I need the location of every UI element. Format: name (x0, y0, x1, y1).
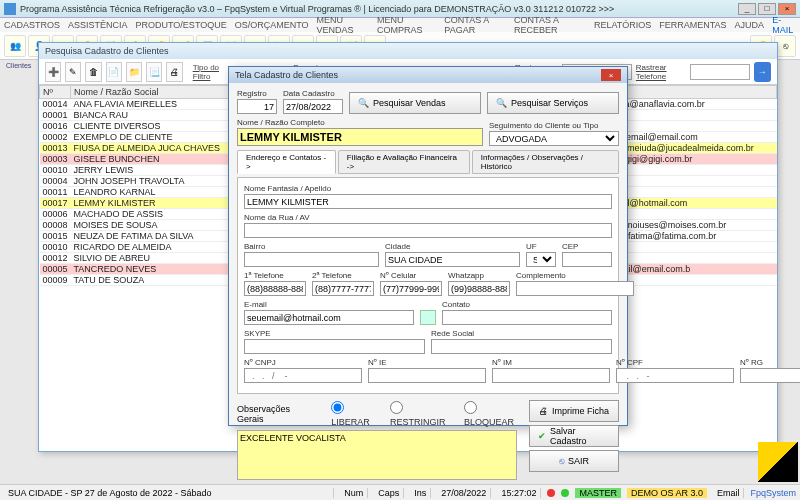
menu-receber[interactable]: CONTAS A RECEBER (514, 15, 586, 35)
seg-label: Seguimento do Cliente ou Tipo (489, 121, 619, 130)
menu-cadastros[interactable]: CADASTROS (4, 20, 60, 30)
app-icon (4, 3, 16, 15)
email-send-icon[interactable] (420, 310, 436, 325)
status-date: 27/08/2022 (437, 488, 491, 498)
contato-input[interactable] (442, 310, 612, 325)
radio-bloquear[interactable]: BLOQUEAR (464, 400, 523, 427)
tel1-input[interactable] (244, 281, 306, 296)
radio-restringir[interactable]: RESTRINGIR (390, 400, 454, 427)
registro-label: Registro (237, 89, 277, 98)
email-input[interactable] (244, 310, 414, 325)
redesocial-input[interactable] (431, 339, 612, 354)
menubar: CADASTROS ASSISTÊNCIA PRODUTO/ESTOQUE OS… (0, 18, 800, 32)
menu-compras[interactable]: MENU COMPRAS (377, 15, 436, 35)
menu-email[interactable]: E-MAIL (772, 15, 796, 35)
cpf-input[interactable] (616, 368, 734, 383)
radio-liberar[interactable]: LIBERAR (331, 400, 380, 427)
rg-input[interactable] (740, 368, 800, 383)
registro-input[interactable] (237, 99, 277, 114)
whats-label: Whatzapp (448, 271, 510, 280)
search-window-title: Pesquisa Cadastro de Clientes (39, 43, 777, 59)
nome-input[interactable] (237, 128, 483, 146)
seg-select[interactable]: ADVOGADA (489, 131, 619, 146)
track-phone-input[interactable] (690, 64, 750, 80)
email-label: E-mail (244, 300, 414, 309)
cel-label: Nº Celular (380, 271, 442, 280)
statusbar: SUA CIDADE - SP 27 de Agosto de 2022 - S… (0, 484, 800, 500)
close-button[interactable]: × (778, 3, 796, 15)
menu-orcamento[interactable]: OS/ORÇAMENTO (235, 20, 309, 30)
skype-input[interactable] (244, 339, 425, 354)
im-input[interactable] (492, 368, 610, 383)
tab-endereco[interactable]: Endereço e Contatos -> (237, 150, 336, 174)
search-delete-icon[interactable]: 🗑 (85, 62, 101, 82)
nome-label: Nome / Razão Completo (237, 118, 483, 127)
pesquisar-servicos-button[interactable]: 🔍 Pesquisar Serviços (487, 92, 619, 114)
dialog-close-button[interactable]: × (601, 69, 621, 81)
tel1-label: 1ª Telefone (244, 271, 306, 280)
status-time: 15:27:02 (497, 488, 541, 498)
status-led2 (561, 489, 569, 497)
dialog-titlebar: Tela Cadastro de Clientes × (229, 67, 627, 83)
search-icon: 🔍 (358, 98, 369, 108)
status-brand: FpqSystem (750, 488, 796, 498)
bairro-input[interactable] (244, 252, 379, 267)
datacad-input[interactable] (283, 99, 343, 114)
pesquisar-vendas-button[interactable]: 🔍 Pesquisar Vendas (349, 92, 481, 114)
tabs: Endereço e Contatos -> Filiação e Avalia… (237, 150, 619, 174)
salvar-button[interactable]: ✔Salvar Cadastro (529, 425, 619, 447)
cnpj-label: Nº CNPJ (244, 358, 362, 367)
fantasia-input[interactable] (244, 194, 612, 209)
toolbar-btn-1[interactable]: 👥 (4, 35, 26, 57)
tel2-input[interactable] (312, 281, 374, 296)
datacad-label: Data Cadastro (283, 89, 343, 98)
menu-pagar[interactable]: CONTAS A PAGAR (444, 15, 506, 35)
search-folder-icon[interactable]: 📁 (126, 62, 142, 82)
rua-label: Nome da Rua / AV (244, 213, 612, 222)
search-copy-icon[interactable]: 📄 (106, 62, 122, 82)
menu-assistencia[interactable]: ASSISTÊNCIA (68, 20, 128, 30)
status-num: Num (340, 488, 368, 498)
col-num[interactable]: Nº (40, 86, 71, 99)
menu-produto[interactable]: PRODUTO/ESTOQUE (136, 20, 227, 30)
uf-label: UF (526, 242, 556, 251)
status-demo: DEMO OS AR 3.0 (627, 488, 707, 498)
cep-input[interactable] (562, 252, 612, 267)
compl-input[interactable] (516, 281, 634, 296)
cidade-input[interactable] (385, 252, 520, 267)
search-new-icon[interactable]: ➕ (45, 62, 61, 82)
rua-input[interactable] (244, 223, 612, 238)
maximize-button[interactable]: □ (758, 3, 776, 15)
cpf-label: Nº CPF (616, 358, 734, 367)
minimize-button[interactable]: _ (738, 3, 756, 15)
menu-ferramentas[interactable]: FERRAMENTAS (659, 20, 726, 30)
tab-filiacao[interactable]: Filiação e Avaliação Financeira -> (338, 150, 470, 174)
ie-input[interactable] (368, 368, 486, 383)
search-icon: 🔍 (496, 98, 507, 108)
obs-textarea[interactable] (237, 430, 517, 480)
search-edit-icon[interactable]: ✎ (65, 62, 81, 82)
tab-info[interactable]: Informações / Observações / Histórico (472, 150, 619, 174)
search-list-icon[interactable]: 📃 (146, 62, 162, 82)
uf-select[interactable]: SP (526, 252, 556, 267)
print-icon: 🖨 (539, 406, 548, 416)
cel-input[interactable] (380, 281, 442, 296)
bairro-label: Bairro (244, 242, 379, 251)
imprime-ficha-button[interactable]: 🖨Imprime Ficha (529, 400, 619, 422)
status-email[interactable]: Email (713, 488, 745, 498)
search-go-button[interactable]: → (754, 62, 771, 82)
status-caps: Caps (374, 488, 404, 498)
menu-vendas[interactable]: MENU VENDAS (317, 15, 369, 35)
track-phone-label: Rastrear Telefone (636, 63, 686, 81)
cnpj-input[interactable] (244, 368, 362, 383)
menu-ajuda[interactable]: AJUDA (735, 20, 765, 30)
compl-label: Complemento (516, 271, 634, 280)
col-nome[interactable]: Nome / Razão Social (71, 86, 251, 99)
search-print-icon[interactable]: 🖨 (166, 62, 182, 82)
menu-relatorios[interactable]: RELATÓRIOS (594, 20, 651, 30)
whats-input[interactable] (448, 281, 510, 296)
cep-label: CEP (562, 242, 612, 251)
rg-label: Nº RG (740, 358, 800, 367)
status-led1 (547, 489, 555, 497)
sair-button[interactable]: ⎋SAIR (529, 450, 619, 472)
